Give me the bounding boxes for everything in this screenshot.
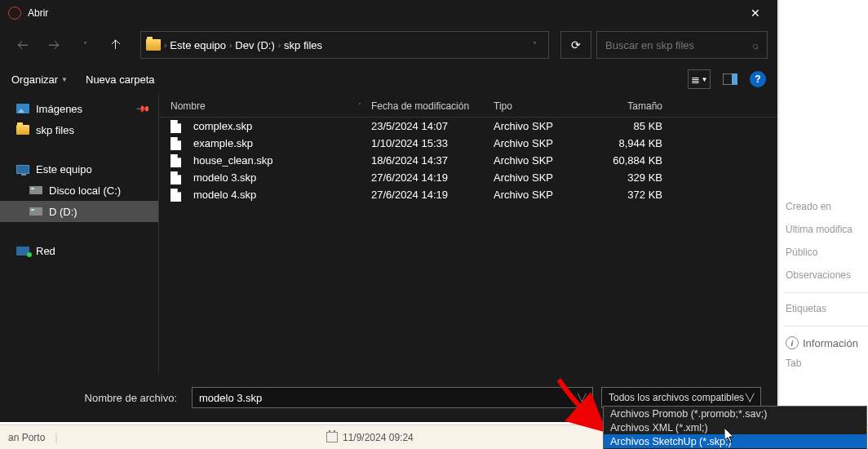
file-icon bbox=[170, 171, 181, 184]
up-button[interactable]: 🡡 bbox=[103, 32, 129, 58]
window-title: Abrir bbox=[28, 7, 737, 19]
column-size[interactable]: Tamaño bbox=[596, 100, 677, 112]
toolbar: Organizar ▼ Nueva carpeta ≣ ▼ ? bbox=[0, 64, 777, 95]
refresh-button[interactable]: ⟳ bbox=[560, 31, 591, 59]
breadcrumb-item[interactable]: Este equipo bbox=[170, 39, 226, 51]
folder-icon bbox=[146, 39, 161, 51]
sidebar-item-network[interactable]: Red bbox=[0, 240, 158, 261]
chevron-down-icon: ▼ bbox=[61, 76, 68, 83]
close-button[interactable]: ✕ bbox=[737, 0, 774, 26]
file-icon bbox=[170, 120, 181, 133]
info-icon: i bbox=[786, 336, 799, 349]
file-row[interactable]: example.skp1/10/2024 15:33Archivo SKP8,9… bbox=[159, 135, 777, 152]
prop-public: Público bbox=[786, 247, 868, 258]
sidebar-item-thispc[interactable]: Este equipo bbox=[0, 158, 158, 180]
forward-button[interactable]: 🡢 bbox=[41, 32, 67, 58]
cursor-icon bbox=[724, 428, 736, 444]
recent-dropdown[interactable]: ˅ bbox=[72, 32, 98, 58]
titlebar: Abrir ✕ bbox=[0, 0, 777, 26]
status-user: an Porto bbox=[8, 432, 45, 443]
file-row[interactable]: modelo 3.skp27/6/2024 14:19Archivo SKP32… bbox=[159, 169, 777, 186]
file-row[interactable]: house_clean.skp18/6/2024 14:37Archivo SK… bbox=[159, 152, 777, 169]
sidebar-item-drive-d[interactable]: D (D:) bbox=[0, 201, 158, 222]
column-name[interactable]: Nombre˄ bbox=[159, 100, 371, 112]
file-icon bbox=[170, 154, 181, 167]
search-placeholder: Buscar en skp files bbox=[605, 39, 694, 51]
prop-observations: Observaciones bbox=[786, 269, 868, 281]
breadcrumb-item[interactable]: Dev (D:) bbox=[235, 39, 274, 51]
help-button[interactable]: ? bbox=[750, 71, 766, 87]
filter-option-promob[interactable]: Archivos Promob (*.promob;*.sav;) bbox=[604, 407, 866, 420]
file-icon bbox=[170, 189, 181, 202]
search-input[interactable]: Buscar en skp files ⌕ bbox=[596, 31, 768, 59]
chevron-right-icon: › bbox=[164, 41, 166, 50]
prop-info: i Información bbox=[786, 336, 868, 349]
prop-tab: Tab bbox=[786, 358, 868, 369]
address-bar[interactable]: › Este equipo › Dev (D:) › skp files ˅ bbox=[140, 31, 549, 59]
folder-icon bbox=[16, 125, 29, 135]
file-row[interactable]: complex.skp23/5/2024 14:07Archivo SKP85 … bbox=[159, 118, 777, 135]
breadcrumb-item[interactable]: skp files bbox=[284, 39, 322, 51]
status-datetime: 11/9/2024 09:24 bbox=[343, 432, 414, 443]
sort-indicator-icon: ˄ bbox=[358, 102, 361, 109]
column-headers: Nombre˄ Fecha de modificación Tipo Tamañ… bbox=[159, 95, 777, 118]
sidebar: Imágenes 📌 skp files Este equipo Disco l… bbox=[0, 95, 159, 373]
disk-icon bbox=[29, 186, 42, 194]
chevron-down-icon[interactable]: ˅ bbox=[526, 41, 543, 50]
prop-created: Creado en bbox=[786, 201, 868, 212]
pin-icon: 📌 bbox=[135, 100, 150, 116]
sidebar-item-drive-c[interactable]: Disco local (C:) bbox=[0, 180, 158, 201]
chevron-right-icon: › bbox=[278, 41, 281, 50]
column-type[interactable]: Tipo bbox=[494, 100, 596, 112]
svg-rect-1 bbox=[732, 73, 737, 85]
prop-lastmod: Última modifica bbox=[786, 224, 868, 235]
new-folder-button[interactable]: Nueva carpeta bbox=[86, 73, 155, 86]
chevron-right-icon: › bbox=[229, 41, 232, 50]
view-list-button[interactable]: ≣ ▼ bbox=[688, 69, 711, 89]
pc-icon bbox=[16, 165, 29, 174]
navbar: 🡠 🡢 ˅ 🡡 › Este equipo › Dev (D:) › skp f… bbox=[0, 26, 777, 64]
calendar-icon bbox=[326, 432, 338, 442]
search-icon: ⌕ bbox=[752, 39, 759, 51]
sidebar-item-images[interactable]: Imágenes 📌 bbox=[0, 98, 158, 119]
chevron-down-icon: ╲╱ bbox=[746, 393, 754, 402]
file-icon bbox=[170, 137, 181, 150]
disk-icon bbox=[29, 207, 42, 216]
back-button[interactable]: 🡠 bbox=[10, 32, 36, 58]
properties-panel: Creado en Última modifica Público Observ… bbox=[778, 0, 868, 425]
organize-button[interactable]: Organizar ▼ bbox=[11, 73, 68, 86]
images-icon bbox=[16, 104, 29, 113]
network-icon bbox=[16, 247, 29, 256]
file-row[interactable]: modelo 4.skp27/6/2024 14:19Archivo SKP37… bbox=[159, 186, 777, 203]
column-date[interactable]: Fecha de modificación bbox=[371, 100, 494, 112]
filename-input[interactable]: modelo 3.skp ╲╱ bbox=[192, 387, 593, 408]
sidebar-item-skpfiles[interactable]: skp files bbox=[0, 119, 158, 140]
filename-label: Nombre de archivo: bbox=[16, 392, 184, 404]
open-dialog: Abrir ✕ 🡠 🡢 ˅ 🡡 › Este equipo › Dev (D:)… bbox=[0, 0, 777, 422]
app-icon bbox=[8, 7, 21, 20]
file-list: Nombre˄ Fecha de modificación Tipo Tamañ… bbox=[159, 95, 777, 373]
preview-pane-button[interactable] bbox=[719, 69, 742, 89]
prop-tags: Etiquetas bbox=[786, 303, 868, 314]
